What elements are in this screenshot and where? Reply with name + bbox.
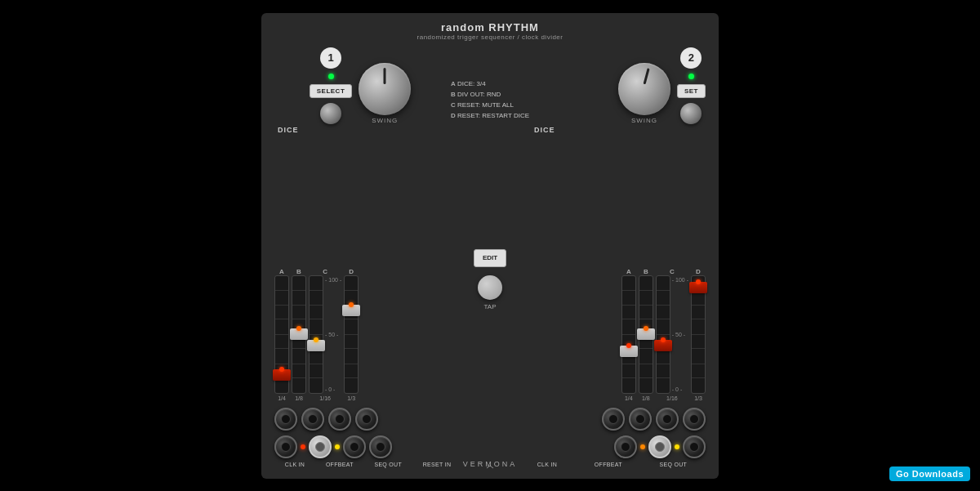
fader-left-c-track[interactable] [309, 275, 323, 394]
fader-left-c: C - 100 - - 50 - - 0 - 1/16 [309, 268, 341, 401]
top-section: 1 SELECT SWING DICE A DICE: 3/4 B DIV OU… [274, 47, 706, 136]
offbeat-left-led [335, 444, 340, 449]
reset-in-left-jack[interactable] [369, 435, 392, 458]
channel-1-main-knob[interactable] [359, 63, 411, 115]
offbeat-left-label: OFFBEAT [326, 462, 354, 467]
jacks-left-labels: CLK IN OFFBEAT SEQ OUT RESET IN [274, 462, 461, 467]
clk-in-left-jack[interactable] [274, 435, 297, 458]
fader-right-b-track[interactable] [639, 275, 653, 394]
jacks-right-top [602, 408, 706, 431]
channel-1-dice-label: DICE [278, 126, 299, 134]
fader-left-b-track[interactable] [292, 275, 306, 394]
clk-in-left-led [301, 444, 305, 449]
jack-left-2[interactable] [301, 408, 324, 431]
clk-in-right-jack[interactable] [614, 435, 637, 458]
offbeat-right-jack[interactable] [648, 435, 671, 458]
module-title: random RHYTHM [417, 21, 564, 33]
fader-right-b-value: 1/8 [642, 395, 650, 401]
seq-out-left-jack[interactable] [343, 435, 366, 458]
edit-button[interactable]: EDIT [474, 249, 506, 267]
fader-left-a: A 1/4 [274, 268, 289, 401]
fader-right-d-track[interactable] [691, 275, 706, 394]
jack-right-3[interactable] [656, 408, 679, 431]
fader-left-a-letter: A [279, 268, 284, 275]
seq-out-right-jack[interactable] [683, 435, 706, 458]
badge-go: Go [896, 469, 912, 479]
info-box: A DICE: 3/4 B DIV OUT: RND C RESET: MUTE… [451, 78, 529, 121]
channel-1-block: 1 SELECT SWING DICE [274, 47, 446, 136]
clk-in-right-led [640, 444, 645, 449]
fader-right-a-value: 1/4 [625, 395, 633, 401]
go-downloads-badge: Go Downloads [889, 466, 970, 481]
channel-1-select-col: 1 SELECT [310, 47, 353, 124]
channel-2-main-knob[interactable] [618, 63, 670, 115]
jack-left-1[interactable] [274, 408, 297, 431]
fader-right-c-track[interactable] [656, 275, 670, 394]
jacks-left-bottom [274, 435, 392, 458]
jack-left-4[interactable] [355, 408, 378, 431]
fader-left-a-value: 1/4 [278, 395, 286, 401]
svg-text:VERMONA: VERMONA [463, 460, 518, 468]
info-line-d: D RESET: RESTART DICE [451, 110, 529, 121]
vermona-logo: VERMONA [457, 458, 523, 471]
fader-right-a-track[interactable] [621, 275, 636, 394]
set-button[interactable]: SET [677, 84, 706, 98]
fader-right-a-letter: A [626, 268, 631, 275]
select-button[interactable]: SELECT [310, 84, 353, 98]
reset-in-label: RESET IN [423, 462, 452, 467]
fader-group-right: A 1/4 B 1/8 [621, 142, 706, 401]
fader-left-d-letter: D [349, 268, 354, 275]
fader-left-d-track[interactable] [344, 275, 359, 394]
fader-left-b: B 1/8 [292, 268, 306, 401]
info-line-b: B DIV OUT: RND [451, 89, 529, 100]
channel-2-block: SWING 2 SET DICE [534, 47, 706, 136]
center-controls: EDIT TAP [461, 142, 519, 401]
fader-right-d-value: 1/3 [694, 395, 702, 401]
info-line-a: A DICE: 3/4 [451, 78, 529, 89]
faders-row: A 1/4 B 1/8 [274, 142, 706, 401]
channel-1-number: 1 [320, 47, 341, 69]
badge-downloads: Downloads [912, 469, 964, 479]
fader-right-b-letter: B [644, 268, 648, 275]
channel-2-swing-label: SWING [631, 117, 657, 124]
offbeat-left-jack[interactable] [309, 435, 332, 458]
fader-left-b-letter: B [296, 268, 301, 275]
module-subtitle: randomized trigger sequencer / clock div… [417, 33, 564, 41]
offbeat-right-label: OFFBEAT [595, 462, 622, 467]
fader-left-c-value: 1/16 [319, 395, 331, 401]
jacks-right-bottom [614, 435, 706, 458]
jacks-right-labels: CLK IN OFFBEAT SEQ OUT [519, 462, 706, 467]
fader-left-a-track[interactable] [274, 275, 289, 394]
fader-group-left: A 1/4 B 1/8 [274, 142, 359, 401]
jack-left-3[interactable] [328, 408, 351, 431]
module: random RHYTHM randomized trigger sequenc… [261, 13, 719, 479]
jack-right-2[interactable] [629, 408, 652, 431]
fader-left-c-letter: C [323, 268, 327, 275]
channel-2-led [688, 74, 694, 79]
fader-right-d-letter: D [696, 268, 701, 275]
fader-right-d: D 1/3 [691, 268, 706, 401]
fader-right-c: C - 100 - - 50 - - 0 - 1/16 [656, 268, 688, 401]
jack-right-1[interactable] [602, 408, 625, 431]
fader-left-b-value: 1/8 [295, 395, 303, 401]
jack-right-4[interactable] [683, 408, 706, 431]
seq-out-left-label: SEQ OUT [374, 462, 402, 467]
fader-right-b: B 1/8 [639, 268, 653, 401]
fader-left-d-value: 1/3 [347, 395, 355, 401]
fader-right-c-value: 1/16 [666, 395, 678, 401]
channel-1-small-knob[interactable] [320, 103, 341, 124]
jacks-left-top [274, 408, 378, 431]
channel-1-swing-label: SWING [372, 117, 398, 124]
channel-2-small-knob[interactable] [680, 103, 702, 124]
channel-2-number: 2 [680, 47, 702, 69]
info-line-c: C RESET: MUTE ALL [451, 100, 529, 110]
channel-2-select-col: 2 SET [677, 47, 706, 124]
clk-in-right-label: CLK IN [537, 462, 557, 467]
tap-label: TAP [484, 303, 497, 310]
tap-button[interactable] [478, 275, 502, 300]
fader-right-a: A 1/4 [621, 268, 636, 401]
clk-in-left-label: CLK IN [285, 462, 305, 467]
offbeat-right-led [675, 444, 679, 449]
header: random RHYTHM randomized trigger sequenc… [417, 21, 564, 41]
fader-right-c-letter: C [670, 268, 675, 275]
